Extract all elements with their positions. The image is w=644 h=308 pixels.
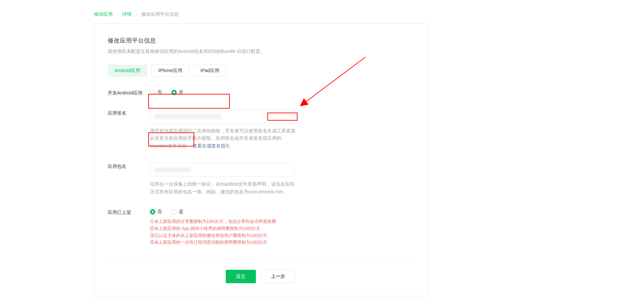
panel-subtitle: 需使用尚未配置在其他移动应用的Android包名和iOS的Bundle ID进行… (108, 49, 414, 55)
submit-button[interactable]: 提交 (226, 270, 256, 283)
label-app-listed: 应用已上架 (108, 209, 150, 215)
tab-android[interactable]: Android应用 (108, 65, 147, 77)
radio-dev-android-no[interactable]: 否 (150, 89, 162, 96)
warning-list: ①未上架应用的分享量限制为100次/天，包括分享到会话和朋友圈 ②未上架应用的 … (150, 218, 298, 246)
radio-label: 是 (179, 89, 183, 96)
warning-item: ①未上架应用的分享量限制为100次/天，包括分享到会话和朋友圈 (150, 218, 298, 225)
radio-label: 是 (179, 209, 183, 215)
page-root: 移动应用 › 详情 › 修改应用平台信息 修改应用平台信息 需使用尚未配置在其他… (0, 0, 644, 296)
warning-item: ②未上架应用的 App 跳转小程序的调用量限制为100次/天 (150, 225, 298, 232)
input-app-package[interactable] (150, 163, 294, 177)
hint-app-package: 应用在一台设备上的唯一标识，在manifest文件里面声明，该包名应和正式发布应… (150, 180, 298, 195)
radio-label: 否 (157, 89, 162, 96)
radio-label: 否 (157, 209, 162, 215)
divider (108, 259, 414, 260)
main-panel: 修改应用平台信息 需使用尚未配置在其他移动应用的Android包名和iOS的Bu… (94, 23, 427, 296)
redacted-value (154, 114, 221, 119)
warning-item: ④未上架应用的一次性订阅消息功能的调用量限制为100次/天 (150, 239, 298, 246)
radio-icon (171, 90, 177, 95)
breadcrumb: 移动应用 › 详情 › 修改应用平台信息 (0, 0, 644, 23)
redacted-value (154, 168, 191, 172)
radio-icon (150, 209, 155, 214)
panel-title: 修改应用平台信息 (108, 37, 414, 45)
input-app-signature[interactable] (150, 110, 294, 124)
breadcrumb-link-mobile-apps[interactable]: 移动应用 (94, 11, 113, 17)
breadcrumb-link-detail[interactable]: 详情 (122, 11, 131, 17)
link-view-signature-guide[interactable]: 查看生成签名指引 (193, 143, 230, 148)
label-dev-android: 开发Android应用 (108, 89, 150, 96)
footer-buttons: 提交 上一步 (108, 268, 414, 283)
tab-iphone[interactable]: iPhone应用 (151, 65, 190, 77)
radio-dev-android-yes[interactable]: 是 (171, 89, 183, 96)
radio-icon (171, 209, 177, 214)
radio-group-listed: 否 是 (150, 209, 298, 215)
radio-listed-yes[interactable]: 是 (171, 209, 183, 215)
form: 开发Android应用 否 是 应用签名 (108, 89, 414, 283)
platform-tabs: Android应用 iPhone应用 iPad应用 (108, 65, 414, 77)
chevron-right-icon: › (136, 11, 137, 17)
hint-app-signature: 用于对当前应用进行二次身份校验，开发者可以使用签名生成工具直接从安装当前应用的手… (150, 127, 298, 149)
radio-listed-no[interactable]: 否 (150, 209, 162, 215)
radio-group-dev-android: 否 是 (150, 89, 298, 96)
label-app-package: 应用包名 (108, 163, 150, 170)
warning-item: ③已认证主体的未上架应用的微信登陆用户量限制为100次/天 (150, 232, 298, 239)
tab-ipad[interactable]: iPad应用 (194, 65, 226, 77)
prev-step-button[interactable]: 上一步 (261, 270, 296, 283)
breadcrumb-current: 修改应用平台信息 (141, 11, 179, 17)
radio-icon (150, 90, 155, 95)
label-app-signature: 应用签名 (108, 110, 150, 116)
chevron-right-icon: › (117, 11, 118, 17)
